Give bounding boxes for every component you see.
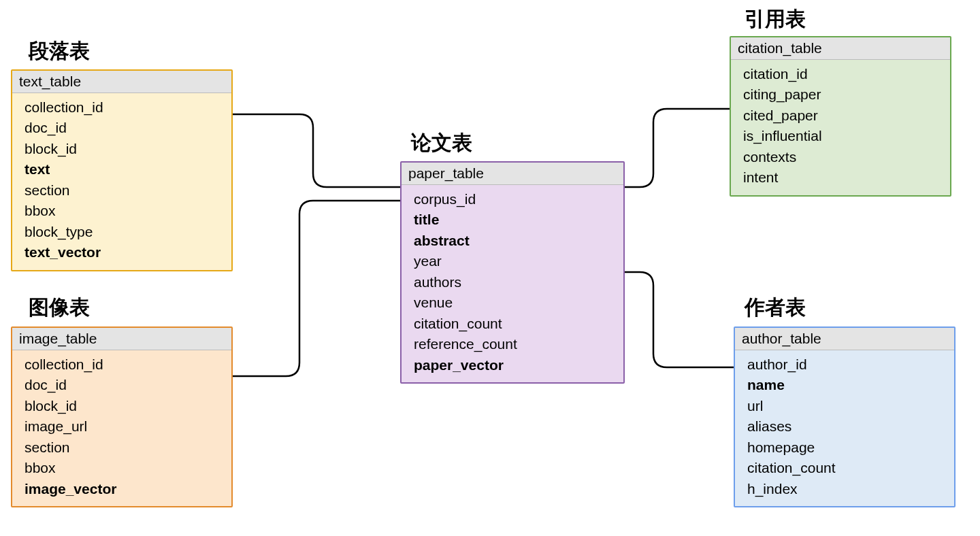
- table-header: text_table: [12, 71, 231, 93]
- field: block_type: [24, 222, 225, 242]
- paper-table-label: 论文表: [411, 129, 472, 157]
- field: aliases: [747, 416, 947, 437]
- field: authors: [414, 272, 617, 292]
- table-header: author_table: [735, 328, 954, 350]
- field: text_vector: [24, 242, 225, 263]
- table-body: collection_id doc_id block_id image_url …: [12, 350, 231, 506]
- field: collection_id: [24, 354, 225, 375]
- field: is_influential: [743, 126, 943, 146]
- field: name: [747, 375, 947, 395]
- author-table: author_table author_id name url aliases …: [734, 326, 956, 507]
- field: image_url: [24, 416, 225, 437]
- field: image_vector: [24, 479, 225, 499]
- table-header: image_table: [12, 328, 231, 350]
- field: citing_paper: [743, 84, 943, 105]
- text-table: text_table collection_id doc_id block_id…: [11, 69, 233, 271]
- field: block_id: [24, 139, 225, 159]
- field: corpus_id: [414, 189, 617, 210]
- field: author_id: [747, 354, 947, 375]
- field: citation_count: [747, 458, 947, 478]
- table-header: citation_table: [731, 37, 950, 60]
- field: doc_id: [24, 118, 225, 138]
- author-table-label: 作者表: [745, 294, 806, 322]
- field: title: [414, 210, 617, 230]
- field: citation_count: [414, 314, 617, 334]
- field: section: [24, 180, 225, 201]
- diagram-canvas: 段落表 图像表 论文表 引用表 作者表 text_table collectio…: [0, 0, 980, 536]
- field: contexts: [743, 147, 943, 167]
- field: block_id: [24, 396, 225, 416]
- citation-table: citation_table citation_id citing_paper …: [730, 36, 951, 197]
- image-table: image_table collection_id doc_id block_i…: [11, 326, 233, 507]
- table-body: corpus_id title abstract year authors ve…: [402, 185, 623, 382]
- field: doc_id: [24, 375, 225, 395]
- image-table-label: 图像表: [29, 294, 90, 322]
- field: bbox: [24, 201, 225, 221]
- field: cited_paper: [743, 105, 943, 126]
- field: year: [414, 251, 617, 271]
- table-body: citation_id citing_paper cited_paper is_…: [731, 60, 950, 195]
- field: paper_vector: [414, 355, 617, 375]
- table-body: collection_id doc_id block_id text secti…: [12, 93, 231, 270]
- field: homepage: [747, 437, 947, 458]
- table-header: paper_table: [402, 163, 623, 185]
- text-table-label: 段落表: [29, 37, 90, 65]
- paper-table: paper_table corpus_id title abstract yea…: [400, 161, 625, 384]
- field: venue: [414, 292, 617, 313]
- field: abstract: [414, 231, 617, 251]
- citation-table-label: 引用表: [745, 5, 806, 33]
- field: bbox: [24, 458, 225, 478]
- field: h_index: [747, 479, 947, 499]
- table-body: author_id name url aliases homepage cita…: [735, 350, 954, 506]
- field: reference_count: [414, 334, 617, 354]
- field: collection_id: [24, 97, 225, 118]
- field: citation_id: [743, 64, 943, 84]
- field: url: [747, 396, 947, 416]
- field: intent: [743, 167, 943, 188]
- field: text: [24, 159, 225, 180]
- field: section: [24, 437, 225, 458]
